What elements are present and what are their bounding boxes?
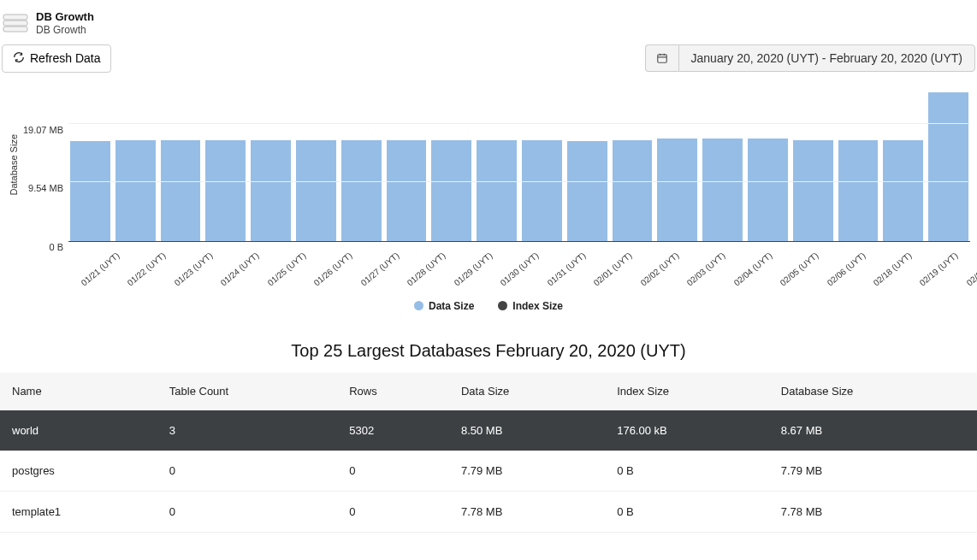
table-cell: 0 <box>157 451 337 492</box>
bar[interactable] <box>702 139 743 241</box>
y-axis-label: Database Size <box>7 134 21 196</box>
table-cell: template1 <box>0 491 157 532</box>
page-header: DB Growth DB Growth <box>0 0 977 39</box>
table-cell: 8.67 MB <box>769 410 977 451</box>
calendar-icon <box>645 44 678 72</box>
bar[interactable] <box>161 140 201 241</box>
bar[interactable] <box>748 139 788 241</box>
table-cell: 0 <box>337 451 449 492</box>
column-header[interactable]: Index Size <box>605 373 769 410</box>
bar[interactable] <box>477 140 517 241</box>
toolbar: Refresh Data January 20, 2020 (UYT) - Fe… <box>0 39 977 81</box>
svg-rect-2 <box>3 27 27 32</box>
table-cell: 176.00 kB <box>605 410 769 451</box>
y-axis-ticks: 19.07 MB9.54 MB0 B <box>21 88 68 242</box>
table-cell: 0 B <box>605 451 769 492</box>
grid-line <box>68 181 970 182</box>
table-cell: 0 <box>337 491 449 532</box>
svg-rect-0 <box>3 15 27 20</box>
table-cell: 5302 <box>337 410 449 451</box>
x-axis-ticks: 01/21 (UYT)01/22 (UYT)01/23 (UYT)01/24 (… <box>72 242 970 283</box>
page-title: DB Growth <box>36 10 94 24</box>
table-cell: postgres <box>0 451 157 492</box>
page-subtitle: DB Growth <box>36 24 94 36</box>
bar[interactable] <box>387 140 427 241</box>
date-range-label: January 20, 2020 (UYT) - February 20, 20… <box>678 44 975 72</box>
column-header[interactable]: Table Count <box>157 373 337 410</box>
bar[interactable] <box>928 92 968 241</box>
bar[interactable] <box>205 140 246 241</box>
column-header[interactable]: Name <box>0 373 157 410</box>
header-titles: DB Growth DB Growth <box>36 10 94 36</box>
column-header[interactable]: Data Size <box>449 373 605 410</box>
column-header[interactable]: Database Size <box>769 373 977 410</box>
bar[interactable] <box>251 140 291 241</box>
bar[interactable] <box>70 141 110 241</box>
table-row[interactable]: world353028.50 MB176.00 kB8.67 MB <box>0 410 977 451</box>
date-range-picker[interactable]: January 20, 2020 (UYT) - February 20, 20… <box>645 44 975 72</box>
table-title: Top 25 Largest Databases February 20, 20… <box>0 317 977 373</box>
table-header-row: NameTable CountRowsData SizeIndex SizeDa… <box>0 373 977 410</box>
db-stack-icon <box>2 13 29 33</box>
refresh-icon <box>13 51 25 66</box>
svg-rect-1 <box>3 21 27 26</box>
bar[interactable] <box>793 140 833 241</box>
bar[interactable] <box>296 140 336 241</box>
legend-swatch-index <box>498 301 507 310</box>
svg-rect-3 <box>657 55 666 62</box>
table-cell: 8.50 MB <box>449 410 605 451</box>
bar[interactable] <box>883 140 923 241</box>
table-cell: 7.79 MB <box>449 451 605 492</box>
bar[interactable] <box>657 139 697 241</box>
grid-line <box>68 123 970 124</box>
bar[interactable] <box>567 141 607 241</box>
bar[interactable] <box>838 140 879 241</box>
legend-swatch-data <box>414 301 423 310</box>
table-cell: world <box>0 410 157 451</box>
bar[interactable] <box>115 140 156 241</box>
table-cell: 0 <box>157 491 337 532</box>
column-header[interactable]: Rows <box>337 373 449 410</box>
table-cell: 7.78 MB <box>769 491 977 532</box>
db-growth-chart: Database Size 19.07 MB9.54 MB0 B 01/21 (… <box>0 81 977 317</box>
table-row[interactable]: postgres007.79 MB0 B7.79 MB <box>0 451 977 492</box>
refresh-label: Refresh Data <box>30 51 100 65</box>
chart-plot-area <box>68 88 970 242</box>
databases-table: NameTable CountRowsData SizeIndex SizeDa… <box>0 373 977 533</box>
table-cell: 7.78 MB <box>449 491 605 532</box>
bar[interactable] <box>522 140 562 241</box>
bar[interactable] <box>613 140 653 241</box>
bar[interactable] <box>341 140 382 241</box>
table-cell: 3 <box>157 410 337 451</box>
table-body: world353028.50 MB176.00 kB8.67 MBpostgre… <box>0 410 977 532</box>
bar[interactable] <box>431 140 471 241</box>
refresh-button[interactable]: Refresh Data <box>2 44 111 73</box>
table-cell: 0 B <box>605 491 769 532</box>
table-cell: 7.79 MB <box>769 451 977 492</box>
table-row[interactable]: template1007.78 MB0 B7.78 MB <box>0 491 977 532</box>
